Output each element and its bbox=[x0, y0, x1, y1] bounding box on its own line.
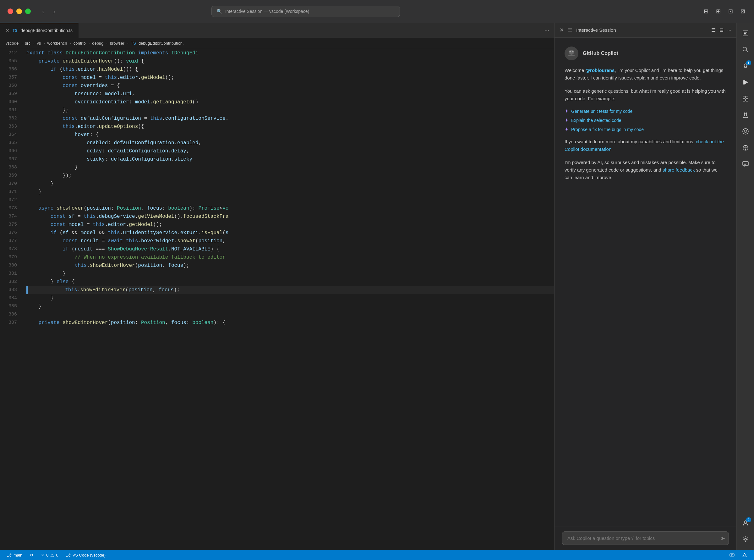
command-palette[interactable]: 🔍 Interactive Session — vscode (Workspac… bbox=[211, 6, 400, 17]
extensions-icon[interactable] bbox=[739, 92, 752, 105]
code-line-current: this.showEditorHover(position, focus); bbox=[26, 286, 554, 294]
code-line: export class DebugEditorContribution imp… bbox=[26, 49, 554, 57]
github-icon[interactable] bbox=[739, 124, 752, 138]
copilot-sidebar-icon[interactable]: 1 bbox=[739, 59, 752, 73]
code-line: const model = this.editor.getModel(); bbox=[26, 221, 554, 229]
git-branch-status[interactable]: ⎇ main bbox=[5, 552, 24, 558]
close-window-button[interactable] bbox=[7, 8, 13, 14]
minimize-window-button[interactable] bbox=[16, 8, 22, 14]
warning-icon: ⚠ bbox=[50, 553, 54, 558]
code-line: } bbox=[26, 188, 554, 196]
customize-layout-icon[interactable]: ⊠ bbox=[739, 6, 747, 16]
doc-text: If you want to learn more about my capab… bbox=[565, 138, 726, 153]
tab-more-button[interactable]: ··· bbox=[545, 27, 554, 34]
copilot-close-button[interactable]: ✕ bbox=[559, 27, 564, 33]
spark-icon: ✦ bbox=[565, 117, 569, 123]
copilot-input[interactable] bbox=[562, 532, 729, 545]
spark-icon: ✦ bbox=[565, 108, 569, 114]
svg-marker-14 bbox=[744, 80, 748, 84]
chat-icon[interactable] bbox=[739, 157, 752, 171]
breadcrumb: vscode › src › vs › workbench › contrib … bbox=[0, 38, 554, 49]
toggle-panel-icon[interactable]: ⊞ bbox=[715, 6, 722, 16]
maximize-window-button[interactable] bbox=[25, 8, 31, 14]
breadcrumb-contrib[interactable]: contrib bbox=[74, 41, 86, 45]
testing-icon[interactable] bbox=[739, 108, 752, 122]
copilot-header: ✕ ☰ Interactive Session ☰ ⊟ ··· bbox=[554, 23, 736, 38]
copilot-list-icon[interactable]: ☰ bbox=[711, 27, 716, 33]
status-bar-right bbox=[728, 552, 749, 558]
split-editor-icon[interactable]: ⊟ bbox=[702, 6, 710, 16]
breadcrumb-browser[interactable]: browser bbox=[110, 41, 124, 45]
error-count: 0 bbox=[46, 553, 48, 558]
notifications-icon[interactable] bbox=[740, 552, 749, 558]
nav-back-button[interactable]: ‹ bbox=[40, 6, 47, 16]
copilot-content: GitHub Copilot Welcome @roblourens, I'm … bbox=[554, 38, 736, 526]
code-line: sticky: defaultConfiguration.sticky bbox=[26, 155, 554, 163]
svg-point-12 bbox=[744, 65, 745, 66]
code-line: }); bbox=[26, 172, 554, 180]
accounts-icon[interactable]: 2 bbox=[739, 516, 752, 530]
settings-icon[interactable] bbox=[739, 532, 752, 546]
nav-forward-button[interactable]: › bbox=[50, 6, 58, 16]
copilot-header-divider: ☰ bbox=[567, 27, 572, 34]
toggle-sidebar-icon[interactable]: ⊡ bbox=[727, 6, 734, 16]
breadcrumb-src[interactable]: src bbox=[25, 41, 30, 45]
breadcrumb-vs[interactable]: vs bbox=[37, 41, 41, 45]
explorer-icon[interactable] bbox=[739, 26, 752, 40]
nav-buttons: ‹ › bbox=[40, 6, 58, 16]
traffic-lights bbox=[7, 8, 31, 14]
code-line: const model = this.editor.getModel(); bbox=[26, 74, 554, 82]
svg-rect-19 bbox=[746, 99, 748, 101]
code-line: if (this.editor.hasModel()) { bbox=[26, 65, 554, 74]
svg-rect-6 bbox=[744, 32, 747, 33]
welcome-text: Welcome @roblourens, I'm your Copilot an… bbox=[565, 67, 726, 82]
suggestion-fix-bugs[interactable]: ✦ Propose a fix for the bugs in my code bbox=[565, 126, 726, 132]
breadcrumb-vscode[interactable]: vscode bbox=[6, 41, 19, 45]
bot-name: GitHub Copilot bbox=[583, 51, 618, 56]
breadcrumb-workbench[interactable]: workbench bbox=[47, 41, 67, 45]
code-editor[interactable]: 212 355 356 357 358 359 360 361 362 363 … bbox=[0, 49, 554, 550]
code-text: export class DebugEditorContribution imp… bbox=[23, 49, 554, 550]
breadcrumb-file[interactable]: debugEditorContribution. bbox=[139, 41, 184, 45]
remote-branch-status[interactable]: ⎇ VS Code (vscode) bbox=[64, 552, 108, 558]
suggestion-unit-tests[interactable]: ✦ Generate unit tests for my code bbox=[565, 108, 726, 114]
avatar bbox=[565, 46, 578, 60]
svg-point-3 bbox=[572, 51, 574, 53]
titlebar: ‹ › 🔍 Interactive Session — vscode (Work… bbox=[0, 0, 754, 23]
copilot-send-button[interactable]: ➤ bbox=[720, 535, 725, 542]
code-line: hover: { bbox=[26, 131, 554, 139]
doc-link[interactable]: check out the Copilot documentation bbox=[565, 139, 724, 152]
svg-rect-15 bbox=[743, 80, 743, 84]
feedback-link[interactable]: share feedback bbox=[663, 167, 695, 173]
code-line: } bbox=[26, 163, 554, 172]
code-line: }; bbox=[26, 106, 554, 114]
search-icon: 🔍 bbox=[217, 9, 222, 14]
suggestion-explain[interactable]: ✦ Explain the selected code bbox=[565, 117, 726, 123]
editor-tab[interactable]: ✕ TS debugEditorContribution.ts bbox=[0, 23, 79, 38]
code-line: async showHover(position: Position, focu… bbox=[26, 204, 554, 213]
code-line bbox=[26, 196, 554, 204]
svg-rect-4 bbox=[568, 55, 575, 56]
breadcrumb-debug[interactable]: debug bbox=[92, 41, 103, 45]
run-debug-icon[interactable] bbox=[739, 75, 752, 89]
errors-status[interactable]: ✕ 0 ⚠ 0 bbox=[39, 552, 60, 558]
svg-rect-17 bbox=[746, 96, 748, 98]
svg-rect-23 bbox=[743, 162, 748, 166]
copilot-badge: 1 bbox=[746, 60, 751, 65]
svg-point-9 bbox=[743, 47, 747, 51]
svg-rect-7 bbox=[744, 33, 746, 34]
sync-status[interactable]: ↻ bbox=[28, 552, 35, 558]
tab-close-icon[interactable]: ✕ bbox=[6, 28, 9, 33]
svg-point-13 bbox=[746, 65, 747, 66]
remote-status-icon[interactable] bbox=[728, 552, 736, 558]
code-line: } bbox=[26, 302, 554, 311]
svg-line-10 bbox=[746, 51, 748, 53]
copilot-more-icon[interactable]: ··· bbox=[727, 27, 731, 33]
remote-explorer-icon[interactable] bbox=[739, 141, 752, 155]
accounts-badge: 2 bbox=[746, 517, 751, 522]
copilot-split-icon[interactable]: ⊟ bbox=[719, 27, 724, 33]
sync-icon: ↻ bbox=[30, 553, 33, 558]
search-icon[interactable] bbox=[739, 43, 752, 57]
code-line: if (sf && model && this.uriIdentityServi… bbox=[26, 229, 554, 237]
ai-disclaimer: I'm powered by AI, so surprises and mist… bbox=[565, 159, 726, 181]
